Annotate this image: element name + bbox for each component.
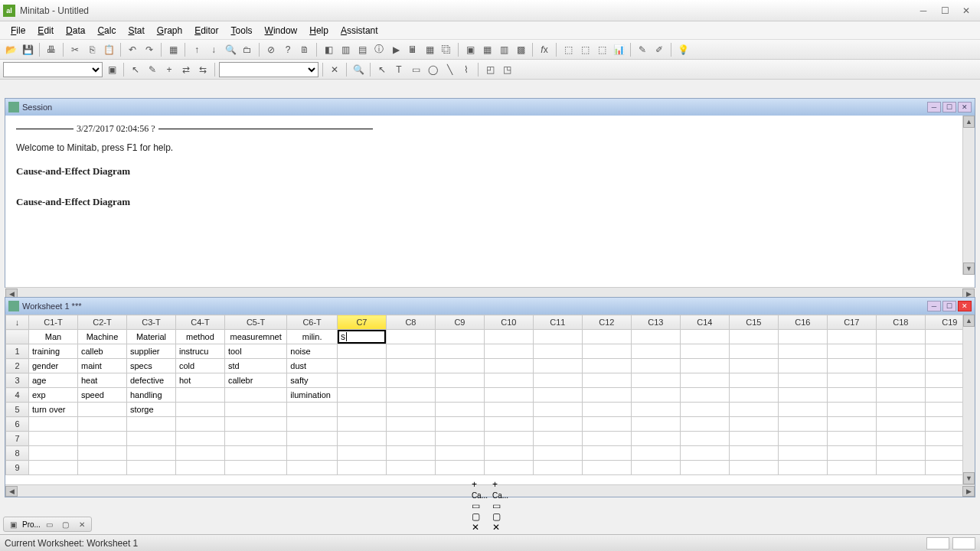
data-cell[interactable] xyxy=(175,417,224,432)
col-header[interactable]: C5-T xyxy=(224,315,286,330)
col-name-cell[interactable]: Material xyxy=(126,330,175,344)
col-name-cell[interactable] xyxy=(582,330,631,344)
data-cell[interactable] xyxy=(582,344,631,359)
row-number[interactable]: 2 xyxy=(6,359,29,373)
session-min-button[interactable]: ─ xyxy=(927,102,941,112)
data-cell[interactable] xyxy=(827,432,876,446)
data-cell[interactable] xyxy=(175,432,224,446)
data-cell[interactable] xyxy=(287,403,338,417)
zoom-icon[interactable]: 🔍 xyxy=(351,62,366,77)
data-cell[interactable] xyxy=(337,359,386,373)
data-cell[interactable] xyxy=(533,432,582,446)
data-cell[interactable] xyxy=(435,388,484,403)
scroll-up-icon[interactable]: ▲ xyxy=(963,315,975,327)
doc-icon[interactable]: 🗎 xyxy=(297,42,312,57)
data-cell[interactable] xyxy=(680,461,729,475)
data-cell[interactable] xyxy=(582,432,631,446)
session-vscroll[interactable]: ▲ ▼ xyxy=(962,116,975,275)
info-icon[interactable]: ⓘ xyxy=(371,42,387,57)
data-cell[interactable] xyxy=(729,344,778,359)
data-cell[interactable]: gender xyxy=(29,359,78,373)
col-name-cell[interactable] xyxy=(631,330,680,344)
tab-ca2-label[interactable]: Ca... xyxy=(492,491,508,500)
col-name-cell[interactable] xyxy=(827,330,876,344)
data-cell[interactable] xyxy=(827,359,876,373)
row-number[interactable]: 4 xyxy=(6,388,29,403)
select-icon[interactable]: ↖ xyxy=(374,62,390,77)
data-cell[interactable]: cold xyxy=(175,359,224,373)
data-cell[interactable] xyxy=(484,461,533,475)
print-icon[interactable]: 🖶 xyxy=(44,42,59,57)
tab-action2[interactable]: ▢ xyxy=(59,518,73,530)
data-cell[interactable] xyxy=(224,461,286,475)
col-name-cell[interactable] xyxy=(876,330,925,344)
data-cell[interactable] xyxy=(778,388,827,403)
data-cell[interactable] xyxy=(435,417,484,432)
data-cell[interactable] xyxy=(827,446,876,461)
col-name-cell[interactable]: Machine xyxy=(77,330,126,344)
tab-ca1-close[interactable]: ✕ xyxy=(472,522,488,533)
data-cell[interactable] xyxy=(287,461,338,475)
cell-edit-box[interactable]: s xyxy=(338,330,386,344)
project-tab-icon[interactable]: ▣ xyxy=(6,518,20,530)
menu-file[interactable]: File xyxy=(5,23,31,38)
data-cell[interactable] xyxy=(337,432,386,446)
col-header[interactable]: C3-T xyxy=(126,315,175,330)
close-button[interactable]: ✕ xyxy=(956,3,977,18)
data-cell[interactable] xyxy=(533,388,582,403)
menu-data[interactable]: Data xyxy=(60,23,91,38)
data-cell[interactable] xyxy=(386,359,435,373)
data-cell[interactable] xyxy=(582,403,631,417)
copy-icon[interactable]: ⎘ xyxy=(84,42,100,57)
menu-assistant[interactable]: Assistant xyxy=(335,23,384,38)
text-icon[interactable]: T xyxy=(391,62,407,77)
data-cell[interactable] xyxy=(77,432,126,446)
data-cell[interactable] xyxy=(778,461,827,475)
data-cell[interactable] xyxy=(337,417,386,432)
data-cell[interactable] xyxy=(729,359,778,373)
data-cell[interactable] xyxy=(126,461,175,475)
help-icon[interactable]: ? xyxy=(280,42,296,57)
tab-ca2-b[interactable]: ▢ xyxy=(492,511,508,522)
data-cell[interactable] xyxy=(484,388,533,403)
col-header[interactable]: C11 xyxy=(533,315,582,330)
data-cell[interactable] xyxy=(533,417,582,432)
tab-action1[interactable]: ▭ xyxy=(43,518,57,530)
next-icon[interactable]: ↓ xyxy=(206,42,221,57)
data-cell[interactable] xyxy=(680,446,729,461)
paste-icon[interactable]: 📋 xyxy=(101,42,116,57)
data-cell[interactable] xyxy=(484,403,533,417)
data-cell[interactable]: callebr xyxy=(224,373,286,388)
col-header[interactable]: C12 xyxy=(582,315,631,330)
maximize-button[interactable]: ☐ xyxy=(934,3,956,18)
barchart-icon[interactable]: 📊 xyxy=(611,42,626,57)
data-cell[interactable] xyxy=(175,446,224,461)
tab-ca1-label[interactable]: Ca... xyxy=(472,491,488,500)
scroll-up-icon[interactable]: ▲ xyxy=(963,116,975,128)
data-cell[interactable]: storge xyxy=(126,403,175,417)
data-cell[interactable] xyxy=(77,403,126,417)
data-cell[interactable] xyxy=(386,461,435,475)
data-cell[interactable] xyxy=(533,446,582,461)
row-number[interactable]: 9 xyxy=(6,461,29,475)
data-cell[interactable] xyxy=(582,446,631,461)
polyline-icon[interactable]: ⌇ xyxy=(459,62,474,77)
tool-b-icon[interactable]: ▥ xyxy=(338,42,353,57)
worksheet-grid[interactable]: ↓C1-TC2-TC3-TC4-TC5-TC6-TC7C8C9C10C11C12… xyxy=(5,315,975,484)
menu-tools[interactable]: Tools xyxy=(225,23,259,38)
data-cell[interactable]: handling xyxy=(126,388,175,403)
stat1-icon[interactable]: ⬚ xyxy=(560,42,576,57)
chart-icon[interactable]: ⿻ xyxy=(439,42,454,57)
data-cell[interactable] xyxy=(435,461,484,475)
pencil-icon[interactable]: ✎ xyxy=(145,62,160,77)
session-titlebar[interactable]: Session ─ ☐ ✕ xyxy=(5,99,975,116)
minimize-button[interactable]: ─ xyxy=(913,3,934,18)
data-cell[interactable] xyxy=(224,432,286,446)
project-tab-label[interactable]: Pro... xyxy=(22,520,41,529)
find-icon[interactable]: 🔍 xyxy=(223,42,238,57)
col-header[interactable]: C10 xyxy=(484,315,533,330)
data-cell[interactable] xyxy=(778,403,827,417)
col-name-cell[interactable]: milin. xyxy=(287,330,338,344)
swap-icon[interactable]: ⇄ xyxy=(178,62,194,77)
brush1-icon[interactable]: ✎ xyxy=(635,42,650,57)
